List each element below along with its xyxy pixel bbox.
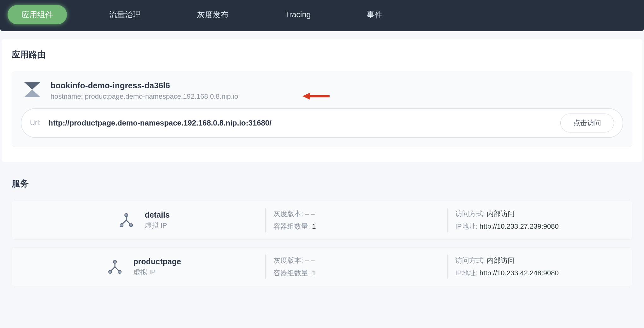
pod-count-label: 容器组数量: — [273, 222, 310, 230]
pod-count-value: 1 — [312, 222, 316, 230]
svg-point-7 — [125, 214, 128, 217]
tab-tracing[interactable]: Tracing — [271, 6, 325, 24]
svg-point-15 — [118, 270, 121, 273]
gray-version-value: – – — [305, 256, 315, 264]
service-ip-type: 虚拟 IP — [145, 221, 170, 230]
services-section: 服务 details 虚拟 IP — [2, 175, 642, 290]
annotation-arrow-icon — [302, 91, 330, 101]
route-name[interactable]: bookinfo-demo-ingress-da36l6 — [51, 81, 238, 91]
route-hostname: hostname: productpage.demo-namespace.192… — [51, 92, 238, 101]
service-item[interactable]: productpage 虚拟 IP 灰度版本: – – 容器组数量: 1 访问方… — [12, 247, 632, 286]
route-card: bookinfo-demo-ingress-da36l6 hostname: p… — [12, 72, 632, 147]
svg-point-14 — [109, 270, 112, 273]
access-mode-value: 内部访问 — [487, 210, 515, 218]
hostname-value: productpage.demo-namespace.192.168.0.8.n… — [85, 92, 238, 100]
top-nav: 应用组件 流量治理 灰度发布 Tracing 事件 — [0, 0, 644, 31]
url-label: Url: — [30, 119, 41, 127]
gray-version-label: 灰度版本: — [273, 256, 303, 264]
visit-button[interactable]: 点击访问 — [560, 114, 614, 132]
tab-events[interactable]: 事件 — [353, 5, 397, 24]
pod-count-value: 1 — [312, 269, 316, 277]
tab-traffic-governance[interactable]: 流量治理 — [95, 5, 155, 24]
url-row: Url: http://productpage.demo-namespace.1… — [21, 108, 623, 138]
hourglass-icon — [23, 81, 41, 98]
svg-point-13 — [113, 260, 116, 263]
ip-label: IP地址: — [455, 269, 478, 277]
gray-version-label: 灰度版本: — [273, 210, 303, 218]
service-tree-icon — [117, 211, 135, 229]
service-name[interactable]: details — [145, 210, 170, 220]
ip-value: http://10.233.42.248:9080 — [480, 269, 559, 277]
tab-gray-release[interactable]: 灰度发布 — [183, 5, 242, 24]
svg-point-8 — [120, 224, 123, 227]
gray-version-value: – – — [305, 210, 315, 218]
access-mode-value: 内部访问 — [487, 256, 515, 264]
services-section-title: 服务 — [12, 178, 632, 189]
svg-point-9 — [129, 224, 133, 227]
pod-count-label: 容器组数量: — [273, 269, 310, 277]
route-panel: 应用路由 bookinfo-demo-ingress-da36l6 hostna… — [2, 39, 642, 162]
svg-marker-3 — [302, 93, 310, 100]
service-name[interactable]: productpage — [133, 257, 181, 266]
route-section-title: 应用路由 — [12, 49, 632, 60]
ip-label: IP地址: — [455, 222, 478, 230]
hostname-label: hostname: — [51, 92, 83, 100]
service-ip-type: 虚拟 IP — [133, 267, 181, 277]
svg-marker-1 — [24, 90, 40, 97]
service-item[interactable]: details 虚拟 IP 灰度版本: – – 容器组数量: 1 访问方式: 内… — [12, 201, 632, 240]
service-tree-icon — [106, 258, 124, 276]
access-mode-label: 访问方式: — [455, 256, 485, 264]
url-value[interactable]: http://productpage.demo-namespace.192.16… — [48, 119, 560, 127]
tab-app-components[interactable]: 应用组件 — [8, 5, 67, 24]
access-mode-label: 访问方式: — [455, 210, 485, 218]
svg-marker-0 — [24, 82, 40, 90]
ip-value: http://10.233.27.239:9080 — [480, 222, 559, 230]
